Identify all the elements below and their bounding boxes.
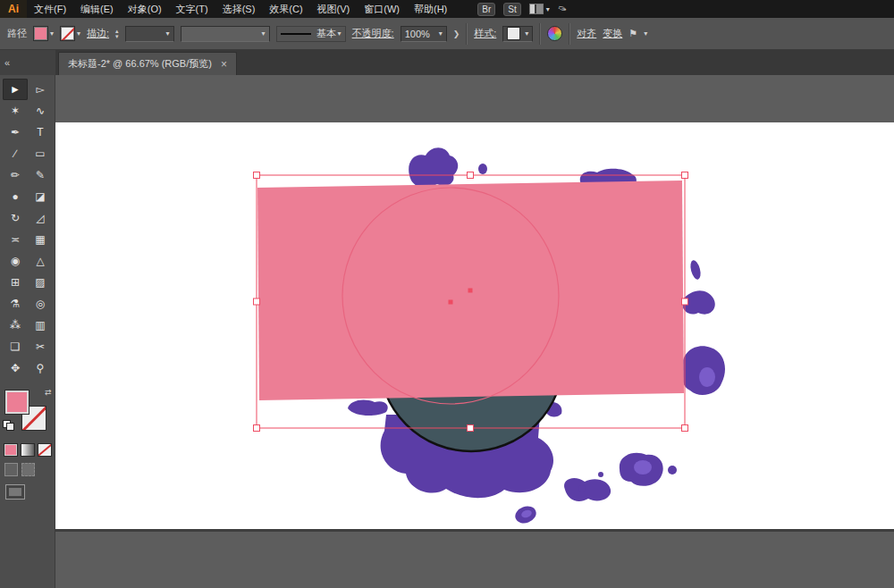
chevron-down-icon: ▾ [439, 29, 443, 38]
stroke-panel-link[interactable]: 描边: [87, 27, 109, 40]
selection-handle[interactable] [468, 425, 474, 432]
transform-panel-link[interactable]: 变换 [603, 27, 622, 40]
symbol-sprayer-tool[interactable]: ⁂ [3, 315, 28, 336]
stroke-color-swatch[interactable] [60, 26, 75, 41]
fill-color-indicator[interactable] [4, 390, 30, 415]
rectangle-tool[interactable]: ▭ [28, 143, 53, 164]
brush-definition-combo[interactable]: ▾ [181, 26, 270, 42]
cs-live-icon[interactable]: ✑ [556, 2, 569, 17]
opacity-panel-link[interactable]: 不透明度: [352, 27, 394, 40]
scale-tool[interactable]: ◿ [28, 207, 53, 229]
type-tool[interactable]: T [28, 122, 53, 143]
selection-handle[interactable] [682, 298, 688, 305]
bridge-button[interactable]: Br [477, 3, 495, 16]
chevron-down-icon: ▾ [50, 29, 54, 38]
workspace-icon [529, 4, 544, 14]
slice-tool[interactable]: ✂ [28, 336, 53, 357]
line-segment-tool[interactable]: ∕ [3, 143, 28, 164]
menu-item-3[interactable]: 文字(T) [169, 0, 215, 18]
selection-handle[interactable] [254, 172, 260, 179]
stock-button[interactable]: St [503, 3, 520, 16]
selection-handle[interactable] [254, 425, 260, 432]
opacity-combo[interactable]: 100% ▾ [401, 26, 447, 42]
opacity-expand-icon[interactable]: ❯ [453, 29, 460, 38]
menu-item-2[interactable]: 对象(O) [121, 0, 169, 18]
workspace-switcher[interactable]: ▾ [529, 4, 550, 14]
draw-behind-button[interactable] [21, 463, 35, 476]
stroke-width-combo[interactable]: ▾ [125, 26, 174, 42]
canvas[interactable] [55, 75, 894, 588]
app-logo[interactable]: Ai [0, 0, 27, 18]
menu-item-6[interactable]: 视图(V) [310, 0, 358, 18]
separator [569, 23, 570, 45]
fill-color-swatch[interactable] [33, 26, 48, 41]
none-button[interactable] [38, 443, 52, 457]
fill-color-picker[interactable]: ▾ [33, 26, 54, 41]
spin-down-icon[interactable]: ▾ [115, 34, 119, 39]
direct-selection-tool[interactable]: ▻ [28, 79, 53, 100]
selection-handle[interactable] [254, 298, 260, 305]
menu-item-8[interactable]: 帮助(H) [407, 0, 454, 18]
variable-width-profile-combo[interactable]: 基本 ▾ [276, 26, 346, 42]
menu-bar: Ai 文件(F)编辑(E)对象(O)文字(T)选择(S)效果(C)视图(V)窗口… [0, 0, 894, 18]
default-fill-stroke-icon[interactable] [3, 420, 14, 430]
selection-tool[interactable]: ► [3, 79, 28, 100]
mesh-tool[interactable]: ⊞ [3, 272, 28, 293]
magic-wand-tool[interactable]: ✶ [3, 100, 28, 122]
screen-mode-button[interactable] [5, 484, 25, 500]
gradient-tool[interactable]: ▨ [28, 272, 53, 293]
blob-brush-tool[interactable]: ● [3, 186, 28, 207]
chevron-down-icon: ▾ [166, 29, 170, 38]
toolbar-collapse-button[interactable]: « [0, 50, 55, 75]
align-panel-link[interactable]: 对齐 [577, 27, 596, 40]
close-icon[interactable]: × [221, 58, 227, 71]
eraser-tool[interactable]: ◪ [28, 186, 53, 207]
menu-item-7[interactable]: 窗口(W) [357, 0, 407, 18]
perspective-grid-tool[interactable]: △ [28, 250, 53, 272]
menu-items: 文件(F)编辑(E)对象(O)文字(T)选择(S)效果(C)视图(V)窗口(W)… [27, 0, 454, 18]
center-point[interactable] [449, 300, 453, 305]
width-tool[interactable]: ≍ [3, 229, 28, 250]
column-graph-tool[interactable]: ▥ [28, 315, 53, 336]
recolor-artwork-icon[interactable] [547, 26, 562, 41]
blend-tool[interactable]: ◎ [28, 293, 53, 315]
document-tab-title: 未标题-2* @ 66.67% (RGB/预览) [68, 57, 212, 71]
free-transform-tool[interactable]: ▦ [28, 229, 53, 250]
pen-tool[interactable]: ✒ [3, 122, 28, 143]
zoom-tool[interactable]: ⚲ [28, 357, 53, 379]
swap-fill-stroke-icon[interactable]: ⇄ [45, 388, 52, 397]
graphic-style-swatch [507, 27, 520, 40]
line-style-value: 基本 [316, 27, 336, 40]
menu-item-4[interactable]: 选择(S) [215, 0, 263, 18]
eyedropper-tool[interactable]: ⚗ [3, 293, 28, 315]
color-button[interactable] [4, 443, 18, 457]
menu-item-0[interactable]: 文件(F) [27, 0, 73, 18]
paintbrush-tool[interactable]: ✏ [3, 164, 28, 186]
menu-item-5[interactable]: 效果(C) [262, 0, 309, 18]
style-panel-link[interactable]: 样式: [474, 27, 496, 40]
document-tab-bar: « 未标题-2* @ 66.67% (RGB/预览) × [0, 50, 894, 75]
options-flag-icon[interactable]: ⚑ [628, 28, 637, 39]
line-style-preview [281, 33, 311, 35]
draw-normal-button[interactable] [4, 463, 18, 476]
rotate-tool[interactable]: ↻ [3, 207, 28, 229]
selection-handle[interactable] [682, 172, 688, 179]
separator [466, 23, 468, 45]
lasso-tool[interactable]: ∿ [28, 100, 53, 122]
graphic-style-combo[interactable]: ▾ [502, 26, 533, 42]
center-point[interactable] [468, 289, 473, 293]
pencil-tool[interactable]: ✎ [28, 164, 53, 186]
hand-tool[interactable]: ✥ [3, 357, 28, 379]
default-stroke-chip [6, 423, 14, 431]
menubar-extras: Br St ▾ ✑ [477, 3, 567, 16]
stroke-width-stepper[interactable]: ▴ ▾ [115, 29, 119, 39]
selection-handle[interactable] [468, 172, 474, 179]
shape-builder-tool[interactable]: ◉ [3, 250, 28, 272]
control-bar: 路径 ▾ ▾ 描边: ▴ ▾ ▾ ▾ 基本 ▾ 不透明度: 100% [0, 18, 894, 50]
stroke-color-picker[interactable]: ▾ [60, 26, 80, 41]
gradient-button[interactable] [21, 443, 35, 457]
menu-item-1[interactable]: 编辑(E) [73, 0, 121, 18]
selection-handle[interactable] [682, 425, 688, 432]
document-tab[interactable]: 未标题-2* @ 66.67% (RGB/预览) × [58, 52, 237, 75]
artboard-tool[interactable]: ❏ [3, 336, 28, 357]
